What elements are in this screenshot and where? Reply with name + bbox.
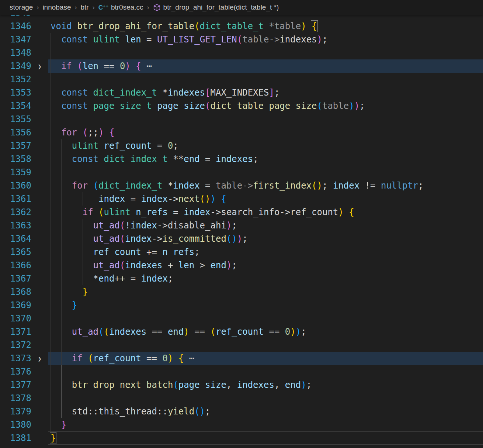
line-number[interactable]: 1361 bbox=[0, 192, 31, 206]
code-area[interactable]: 13451346void btr_drop_ahi_for_table(dict… bbox=[0, 6, 483, 445]
line-number[interactable]: 1357 bbox=[0, 139, 31, 152]
code-line[interactable]: 1357 ulint ref_count = 0; bbox=[0, 139, 483, 152]
code-line[interactable]: 1366 ut_ad(indexes + len > end); bbox=[0, 259, 483, 272]
code-line-content[interactable]: for (dict_index_t *index = table->first_… bbox=[48, 179, 483, 192]
line-number[interactable]: 1365 bbox=[0, 245, 31, 259]
code-line-content[interactable]: const dict_index_t **end = indexes; bbox=[48, 152, 483, 166]
line-number[interactable]: 1363 bbox=[0, 219, 31, 232]
code-line-content[interactable]: const page_size_t page_size(dict_table_p… bbox=[48, 99, 483, 113]
line-number[interactable]: 1362 bbox=[0, 206, 31, 219]
line-number[interactable]: 1347 bbox=[0, 33, 31, 46]
code-line-content[interactable]: btr_drop_next_batch(page_size, indexes, … bbox=[48, 378, 483, 392]
line-number[interactable]: 1346 bbox=[0, 20, 31, 33]
line-number[interactable]: 1373 bbox=[0, 352, 31, 365]
line-number[interactable]: 1358 bbox=[0, 152, 31, 166]
code-line[interactable]: 1363 ut_ad(!index->disable_ahi); bbox=[0, 219, 483, 232]
code-line-content[interactable]: ut_ad(indexes + len > end); bbox=[48, 259, 483, 272]
line-number[interactable]: 1352 bbox=[0, 73, 31, 86]
code-line[interactable]: 1356 for (;;) { bbox=[0, 126, 483, 139]
line-number[interactable]: 1366 bbox=[0, 259, 31, 272]
code-line-content[interactable]: std::this_thread::yield(); bbox=[48, 405, 483, 418]
breadcrumb-item[interactable]: btr bbox=[81, 3, 89, 11]
line-number[interactable]: 1360 bbox=[0, 179, 31, 192]
breadcrumb-item[interactable]: storage bbox=[10, 3, 33, 11]
line-number[interactable]: 1371 bbox=[0, 325, 31, 338]
code-line[interactable]: 1352 bbox=[0, 73, 483, 86]
code-line[interactable]: 1348 bbox=[0, 46, 483, 59]
code-line-content[interactable]: } bbox=[48, 299, 483, 312]
code-line[interactable]: 1353 const dict_index_t *indexes[MAX_IND… bbox=[0, 86, 483, 99]
code-line-content[interactable] bbox=[48, 73, 483, 86]
line-number[interactable]: 1355 bbox=[0, 113, 31, 126]
code-line-content[interactable] bbox=[48, 46, 483, 59]
code-line-content[interactable] bbox=[48, 166, 483, 179]
code-line[interactable]: 1377 btr_drop_next_batch(page_size, inde… bbox=[0, 378, 483, 392]
line-number[interactable]: 1369 bbox=[0, 299, 31, 312]
code-line[interactable]: 1360 for (dict_index_t *index = table->f… bbox=[0, 179, 483, 192]
code-line[interactable]: 1368 } bbox=[0, 285, 483, 299]
line-number[interactable]: 1368 bbox=[0, 285, 31, 299]
code-line[interactable]: 1359 bbox=[0, 166, 483, 179]
code-line-content[interactable]: ut_ad((indexes == end) == (ref_count == … bbox=[48, 325, 483, 338]
line-number[interactable]: 1381 bbox=[0, 431, 31, 445]
line-number[interactable]: 1377 bbox=[0, 378, 31, 392]
code-line-content[interactable]: if (ref_count == 0) { ⋯ bbox=[48, 352, 483, 365]
code-line-content[interactable]: const dict_index_t *indexes[MAX_INDEXES]… bbox=[48, 86, 483, 99]
code-line[interactable]: 1346void btr_drop_ahi_for_table(dict_tab… bbox=[0, 20, 483, 33]
code-line[interactable]: 1364 ut_ad(index->is_committed()); bbox=[0, 232, 483, 245]
line-number[interactable]: 1364 bbox=[0, 232, 31, 245]
code-line-content[interactable]: ref_count += n_refs; bbox=[48, 245, 483, 259]
code-line-content[interactable] bbox=[48, 392, 483, 405]
line-number[interactable]: 1380 bbox=[0, 418, 31, 431]
code-line-content[interactable]: ulint ref_count = 0; bbox=[48, 139, 483, 152]
breadcrumb-item[interactable]: C⁺⁺btr0sea.cc bbox=[98, 3, 143, 11]
code-line-content[interactable] bbox=[48, 312, 483, 325]
breadcrumb-item[interactable]: btr_drop_ahi_for_table(dict_table_t *) bbox=[153, 3, 279, 11]
code-line-content[interactable] bbox=[48, 113, 483, 126]
folded-region-ellipsis[interactable]: ⋯ bbox=[141, 61, 152, 71]
code-line[interactable]: 1376 bbox=[0, 365, 483, 378]
code-line-content[interactable]: *end++ = index; bbox=[48, 272, 483, 285]
breadcrumb-item[interactable]: innobase bbox=[42, 3, 71, 11]
line-number[interactable]: 1372 bbox=[0, 338, 31, 352]
code-line[interactable]: 1349❯ if (len == 0) { ⋯ bbox=[0, 59, 483, 73]
code-line[interactable]: 1361 index = index->next()) { bbox=[0, 192, 483, 206]
line-number[interactable]: 1376 bbox=[0, 365, 31, 378]
line-number[interactable]: 1356 bbox=[0, 126, 31, 139]
line-number[interactable]: 1348 bbox=[0, 46, 31, 59]
code-line[interactable]: 1362 if (ulint n_refs = index->search_in… bbox=[0, 206, 483, 219]
code-line-content[interactable]: if (ulint n_refs = index->search_info->r… bbox=[48, 206, 483, 219]
code-line-content[interactable]: } bbox=[48, 285, 483, 299]
line-number[interactable]: 1370 bbox=[0, 312, 31, 325]
code-line-content[interactable]: void btr_drop_ahi_for_table(dict_table_t… bbox=[48, 20, 483, 33]
code-line[interactable]: 1380 } bbox=[0, 418, 483, 431]
code-line-content[interactable]: index = index->next()) { bbox=[48, 192, 483, 206]
code-line-content[interactable]: ut_ad(!index->disable_ahi); bbox=[48, 219, 483, 232]
code-line[interactable]: 1365 ref_count += n_refs; bbox=[0, 245, 483, 259]
line-number[interactable]: 1378 bbox=[0, 392, 31, 405]
code-line-content[interactable]: } bbox=[48, 431, 483, 445]
code-line[interactable]: 1358 const dict_index_t **end = indexes; bbox=[0, 152, 483, 166]
folded-region-ellipsis[interactable]: ⋯ bbox=[184, 353, 194, 363]
line-number[interactable]: 1359 bbox=[0, 166, 31, 179]
code-line[interactable]: 1354 const page_size_t page_size(dict_ta… bbox=[0, 99, 483, 113]
code-line[interactable]: 1372 bbox=[0, 338, 483, 352]
code-line[interactable]: 1370 bbox=[0, 312, 483, 325]
code-line[interactable]: 1367 *end++ = index; bbox=[0, 272, 483, 285]
code-line-content[interactable]: ut_ad(index->is_committed()); bbox=[48, 232, 483, 245]
code-line[interactable]: 1355 bbox=[0, 113, 483, 126]
code-line-content[interactable]: for (;;) { bbox=[48, 126, 483, 139]
code-line-content[interactable]: } bbox=[48, 418, 483, 431]
fold-chevron-icon[interactable]: ❯ bbox=[38, 352, 41, 365]
code-line[interactable]: 1369 } bbox=[0, 299, 483, 312]
line-number[interactable]: 1349 bbox=[0, 59, 31, 73]
code-line-content[interactable]: const ulint len = UT_LIST_GET_LEN(table-… bbox=[48, 33, 483, 46]
fold-chevron-icon[interactable]: ❯ bbox=[38, 60, 41, 73]
code-line-content[interactable] bbox=[48, 365, 483, 378]
code-line[interactable]: 1373❯ if (ref_count == 0) { ⋯ bbox=[0, 352, 483, 365]
code-line[interactable]: 1379 std::this_thread::yield(); bbox=[0, 405, 483, 418]
line-number[interactable]: 1379 bbox=[0, 405, 31, 418]
code-line[interactable]: 1371 ut_ad((indexes == end) == (ref_coun… bbox=[0, 325, 483, 338]
line-number[interactable]: 1354 bbox=[0, 99, 31, 113]
code-line[interactable]: 1381} bbox=[0, 431, 483, 445]
